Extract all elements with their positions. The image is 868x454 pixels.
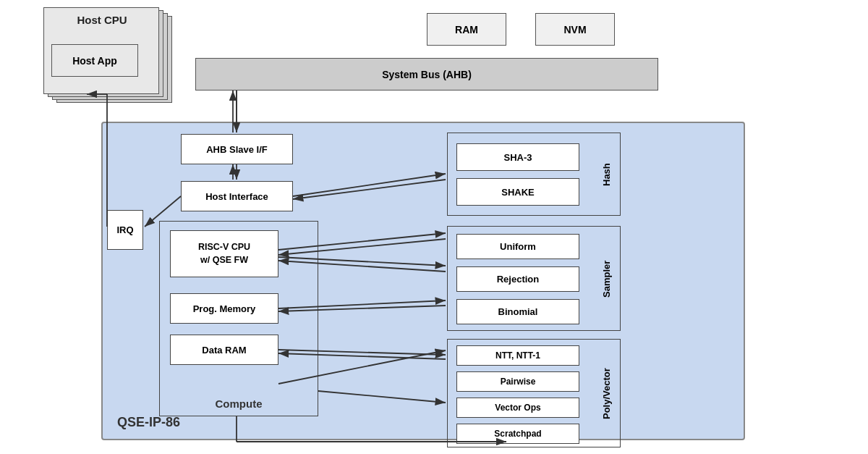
data-ram-box: Data RAM [170,335,278,365]
poly-label: Poly/Vector [592,340,620,448]
host-app-box: Host App [51,44,138,77]
pairwise-box: Pairwise [456,371,579,392]
sha3-box: SHA-3 [456,143,579,171]
nvm-box: NVM [535,13,615,46]
vectorops-box: Vector Ops [456,398,579,418]
shake-box: SHAKE [456,178,579,206]
ahb-slave-box: AHB Slave I/F [181,134,293,164]
compute-label: Compute [160,398,318,410]
risc-v-box: RISC-V CPUw/ QSE FW [170,230,278,277]
host-interface-box: Host Interface [181,181,293,211]
sampler-group: Uniform Rejection Binomial Sampler [447,226,621,331]
binomial-box: Binomial [456,299,579,324]
sampler-label: Sampler [592,227,620,332]
ram-box: RAM [427,13,506,46]
hash-group: SHA-3 SHAKE Hash [447,133,621,216]
uniform-box: Uniform [456,234,579,259]
poly-group: NTT, NTT-1 Pairwise Vector Ops Scratchpa… [447,339,621,447]
system-bus: System Bus (AHB) [195,58,658,91]
irq-box: IRQ [107,210,143,250]
risc-v-label: RISC-V CPUw/ QSE FW [198,241,250,266]
hash-label: Hash [592,133,620,217]
diagram-container: Host CPU Host App RAM NVM System Bus (AH… [0,0,868,454]
ntt-box: NTT, NTT-1 [456,345,579,366]
rejection-box: Rejection [456,266,579,292]
stack-paper-4: Host CPU Host App [43,7,159,94]
prog-memory-box: Prog. Memory [170,293,278,324]
host-cpu-label: Host CPU [44,14,160,26]
scratchpad-box: Scratchpad [456,424,579,444]
qse-label: QSE-IP-86 [117,415,180,430]
host-cpu-stack: Host CPU Host App [43,7,177,109]
